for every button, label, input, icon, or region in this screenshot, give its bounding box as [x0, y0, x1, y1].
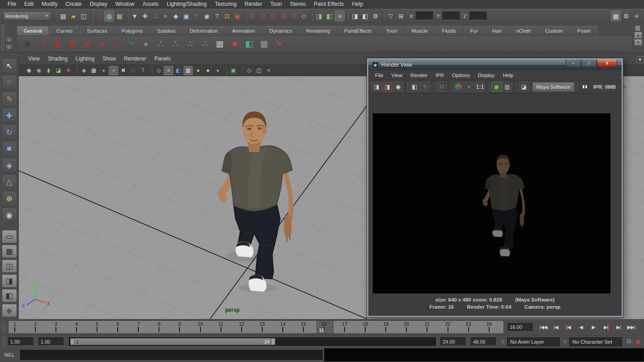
y-coord-field[interactable] [443, 12, 460, 20]
shelf-tab-deformation[interactable]: Deformation [183, 26, 225, 35]
rgb-channels-icon[interactable] [453, 82, 464, 92]
z-coord-field[interactable] [469, 12, 486, 20]
rv-menu-options[interactable]: Options [448, 72, 474, 78]
select-deformations-icon[interactable]: ▣ [181, 11, 191, 22]
panel-menu-renderer[interactable]: Renderer [120, 55, 150, 62]
camera-attributes-icon[interactable]: ◉ [34, 66, 43, 75]
shelf-tab-surfaces[interactable]: Surfaces [80, 26, 114, 35]
paint-selection-tool-icon[interactable]: ✎ [2, 91, 17, 107]
select-character-set-key-icon[interactable]: O- [626, 337, 634, 346]
menu-edit[interactable]: Edit [20, 0, 38, 8]
panel-menu-view[interactable]: View [24, 55, 44, 62]
panel-menu-shading[interactable]: Shading [44, 55, 72, 62]
renderer-selector[interactable]: Maya Software [532, 82, 575, 92]
scale-tool-icon[interactable]: ■ [2, 141, 17, 156]
combined-selection-mask-dropdown-icon[interactable]: ▼ [130, 11, 140, 22]
highlight-selection-mode-icon[interactable]: ▣ [232, 11, 242, 22]
last-tool-used-icon[interactable]: ◉ [2, 207, 17, 223]
new-scene-icon[interactable]: ▤ [58, 11, 68, 22]
menu-assets[interactable]: Assets [138, 0, 162, 8]
render-region-icon[interactable]: ∷ [437, 82, 447, 92]
select-dynamics-icon[interactable]: ∵ [192, 11, 201, 22]
shelf-tab-painteffects[interactable]: PaintEffects [337, 26, 378, 35]
help-icon[interactable]: ? [37, 38, 48, 50]
rv-menu-view[interactable]: View [388, 72, 407, 78]
all-lights-icon[interactable]: ● [203, 66, 213, 75]
character-set-selector[interactable]: No Character Set [569, 337, 622, 346]
shelf-tab-subdivs[interactable]: Subdivs [150, 26, 182, 35]
menu-set-selector[interactable]: Rendering ▼ [3, 11, 51, 21]
play-forwards-button[interactable]: ▶ [588, 322, 599, 332]
graph-persp-layout-button[interactable]: ◨ [2, 274, 17, 288]
film-gate-icon[interactable]: ▦ [89, 66, 98, 75]
menu-create[interactable]: Create [61, 0, 85, 8]
soft-modification-tool-icon[interactable]: △ [2, 174, 17, 190]
play-backwards-button[interactable]: ◀ [576, 322, 586, 332]
minimize-button[interactable]: – [566, 60, 581, 67]
rv-menu-display[interactable]: Display [474, 72, 499, 78]
safe-title-icon[interactable]: T [138, 66, 148, 75]
panel-menu-lighting[interactable]: Lighting [72, 55, 98, 62]
safe-action-icon[interactable]: ∷ [128, 66, 138, 75]
undo-icon[interactable]: ↶ [111, 38, 122, 50]
shelf-item-menu-button[interactable]: ▪ [5, 37, 13, 43]
assign-shader-icon[interactable]: ◧ [243, 38, 255, 50]
camera-tumble-icon[interactable]: ◉ [96, 38, 107, 50]
animation-start-field[interactable] [8, 337, 33, 346]
create-camera-aim-icon[interactable]: ◉ [66, 38, 78, 50]
playback-end-field[interactable] [440, 337, 465, 346]
grid-toggle-icon[interactable]: ◆ [79, 66, 89, 75]
rv-menu-ipr[interactable]: IPR [431, 72, 448, 78]
open-scene-icon[interactable]: ▰ [68, 11, 78, 22]
ipr-update-region-icon[interactable]: ● [619, 82, 629, 92]
smooth-shade-display-icon[interactable]: ■ [164, 66, 173, 75]
attribute-editor-icon[interactable]: ▦ [611, 11, 621, 22]
show-manipulator-tool-icon[interactable]: ⊕ [2, 191, 17, 206]
ipr-render-icon[interactable]: ◧ [409, 82, 420, 92]
select-points-icon[interactable]: ∴ [150, 11, 160, 22]
shelf-tab-fluids[interactable]: Fluids [435, 26, 463, 35]
lasso-select-tool-icon[interactable]: ◌ [2, 75, 17, 90]
go-to-end-button[interactable]: ▶▶| [626, 322, 636, 332]
animation-end-field[interactable] [471, 337, 496, 346]
shelf-tab-polygons[interactable]: Polygons [115, 26, 149, 35]
isolate-select-icon[interactable]: ◇ [244, 66, 254, 75]
menu-help[interactable]: Help [348, 0, 367, 8]
tool-settings-icon[interactable]: ⚙ [621, 11, 631, 22]
shelf-tab-curves[interactable]: Curves [50, 26, 79, 35]
construction-history-icon[interactable]: ≡ [335, 11, 345, 22]
select-object-icon[interactable]: ◍ [104, 11, 114, 22]
rv-menu-render[interactable]: Render [406, 72, 431, 78]
anim-layer-dropdown-icon[interactable]: ▽ [501, 340, 504, 344]
menu-stereo[interactable]: Stereo [286, 0, 310, 8]
rv-menu-file[interactable]: File [371, 72, 388, 78]
shelf-tab-dynamics[interactable]: Dynamics [263, 26, 299, 35]
render-current-frame-icon[interactable]: ◨ [350, 11, 360, 22]
time-slider-grip[interactable] [1, 321, 7, 333]
menu-modify[interactable]: Modify [38, 0, 61, 8]
snap-to-points-icon[interactable]: Ω [268, 11, 278, 22]
gate-mask-icon[interactable]: ○ [109, 66, 118, 75]
render-view-titlebar[interactable]: ◉ Render View –□X [368, 60, 622, 70]
render-icon[interactable]: ◨ [371, 82, 382, 92]
insert-joint-tool-icon[interactable]: ∴ [199, 38, 211, 50]
lock-selection-icon[interactable]: Ω [222, 11, 232, 22]
character-set-dropdown-icon[interactable]: ▽ [563, 340, 567, 344]
playback-start-field[interactable] [38, 337, 64, 346]
snap-to-curves-icon[interactable]: Ω [258, 11, 268, 22]
keep-image-icon[interactable]: ▣ [491, 82, 502, 92]
universal-manipulator-tool-icon[interactable]: ◈ [2, 158, 17, 173]
delete-shelf-item-icon[interactable]: ▥ [633, 23, 642, 31]
open-render-settings-icon[interactable]: ◪ [519, 82, 529, 92]
create-camera-icon[interactable]: ◉ [51, 38, 63, 50]
viewport-select-icon[interactable]: ▣ [229, 66, 238, 75]
connect-attributes-icon[interactable]: ■ [229, 38, 240, 50]
joint-tool-icon[interactable]: ∴ [155, 38, 166, 50]
one-to-one-zoom-icon[interactable]: 1:1 [475, 82, 485, 92]
menu-window[interactable]: Window [111, 0, 139, 8]
channel-box-icon[interactable]: ≡ [631, 11, 641, 22]
uv-texture-editor-icon[interactable]: ▦ [258, 38, 270, 50]
time-slider[interactable]: 1234567891011121314151617181920212223241… [8, 320, 504, 334]
hypergraph-persp-layout-button[interactable]: ◧ [2, 289, 17, 302]
shelf-scroll-down-button[interactable]: ▼ [634, 39, 642, 46]
